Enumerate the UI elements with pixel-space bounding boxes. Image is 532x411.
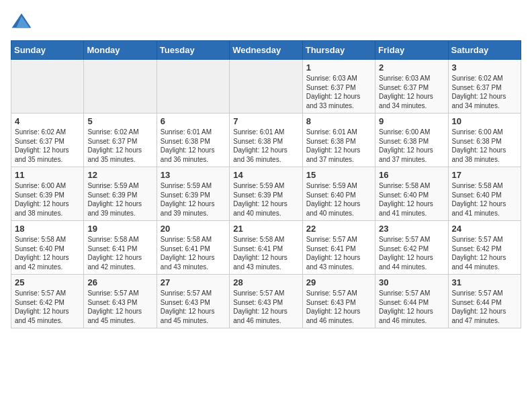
- day-number: 18: [15, 224, 80, 234]
- calendar-cell: 20Sunrise: 5:58 AM Sunset: 6:41 PM Dayli…: [157, 221, 229, 275]
- cell-info: Sunrise: 6:01 AM Sunset: 6:38 PM Dayligh…: [161, 128, 226, 164]
- calendar-cell: 1Sunrise: 6:03 AM Sunset: 6:37 PM Daylig…: [302, 60, 375, 113]
- day-number: 27: [161, 277, 226, 287]
- calendar-cell: 6Sunrise: 6:01 AM Sunset: 6:38 PM Daylig…: [157, 113, 229, 167]
- day-number: 16: [379, 170, 444, 180]
- calendar-cell: 9Sunrise: 6:00 AM Sunset: 6:38 PM Daylig…: [375, 113, 448, 167]
- day-headers-row: SundayMondayTuesdayWednesdayThursdayFrid…: [11, 41, 521, 60]
- cell-info: Sunrise: 6:03 AM Sunset: 6:37 PM Dayligh…: [379, 74, 444, 110]
- cell-info: Sunrise: 5:58 AM Sunset: 6:41 PM Dayligh…: [87, 235, 152, 271]
- day-number: 1: [306, 62, 371, 73]
- week-row-0: 1Sunrise: 6:03 AM Sunset: 6:37 PM Daylig…: [11, 60, 521, 113]
- calendar-cell: [230, 60, 302, 113]
- day-number: 6: [161, 116, 226, 126]
- week-row-1: 4Sunrise: 6:02 AM Sunset: 6:37 PM Daylig…: [11, 113, 521, 167]
- calendar-cell: 3Sunrise: 6:02 AM Sunset: 6:37 PM Daylig…: [448, 60, 521, 113]
- cell-info: Sunrise: 5:57 AM Sunset: 6:41 PM Dayligh…: [306, 235, 371, 271]
- day-number: 5: [87, 116, 152, 126]
- cell-info: Sunrise: 5:57 AM Sunset: 6:43 PM Dayligh…: [306, 289, 371, 325]
- day-number: 7: [233, 116, 298, 126]
- day-number: 11: [15, 170, 80, 180]
- cell-info: Sunrise: 5:57 AM Sunset: 6:44 PM Dayligh…: [452, 289, 517, 325]
- cell-info: Sunrise: 5:58 AM Sunset: 6:40 PM Dayligh…: [379, 181, 444, 218]
- cell-info: Sunrise: 5:59 AM Sunset: 6:40 PM Dayligh…: [306, 181, 371, 218]
- day-number: 8: [306, 116, 371, 126]
- cell-info: Sunrise: 6:03 AM Sunset: 6:37 PM Dayligh…: [306, 74, 371, 110]
- calendar-cell: [84, 60, 157, 113]
- cell-info: Sunrise: 5:57 AM Sunset: 6:43 PM Dayligh…: [87, 289, 152, 325]
- cell-info: Sunrise: 6:02 AM Sunset: 6:37 PM Dayligh…: [87, 128, 152, 164]
- day-number: 20: [161, 224, 226, 234]
- day-number: 19: [87, 224, 152, 234]
- calendar-cell: 5Sunrise: 6:02 AM Sunset: 6:37 PM Daylig…: [84, 113, 157, 167]
- cell-info: Sunrise: 5:57 AM Sunset: 6:43 PM Dayligh…: [161, 289, 226, 325]
- calendar-cell: 31Sunrise: 5:57 AM Sunset: 6:44 PM Dayli…: [448, 275, 521, 328]
- cell-info: Sunrise: 5:57 AM Sunset: 6:43 PM Dayligh…: [233, 289, 298, 325]
- calendar-cell: 23Sunrise: 5:57 AM Sunset: 6:42 PM Dayli…: [375, 221, 448, 275]
- day-number: 13: [161, 170, 226, 180]
- day-number: 22: [306, 224, 371, 234]
- day-number: 25: [15, 277, 80, 287]
- calendar-cell: [11, 60, 84, 113]
- day-number: 12: [87, 170, 152, 180]
- day-number: 29: [306, 277, 371, 287]
- calendar-cell: 4Sunrise: 6:02 AM Sunset: 6:37 PM Daylig…: [11, 113, 84, 167]
- calendar-cell: 25Sunrise: 5:57 AM Sunset: 6:42 PM Dayli…: [11, 275, 84, 328]
- week-row-2: 11Sunrise: 6:00 AM Sunset: 6:39 PM Dayli…: [11, 167, 521, 221]
- cell-info: Sunrise: 6:00 AM Sunset: 6:39 PM Dayligh…: [15, 181, 80, 218]
- calendar-cell: 26Sunrise: 5:57 AM Sunset: 6:43 PM Dayli…: [84, 275, 157, 328]
- day-number: 4: [15, 116, 80, 126]
- cell-info: Sunrise: 5:57 AM Sunset: 6:42 PM Dayligh…: [15, 289, 80, 325]
- calendar-cell: 2Sunrise: 6:03 AM Sunset: 6:37 PM Daylig…: [375, 60, 448, 113]
- cell-info: Sunrise: 5:57 AM Sunset: 6:42 PM Dayligh…: [452, 235, 517, 271]
- calendar-cell: 19Sunrise: 5:58 AM Sunset: 6:41 PM Dayli…: [84, 221, 157, 275]
- cell-info: Sunrise: 5:59 AM Sunset: 6:39 PM Dayligh…: [161, 181, 226, 218]
- cell-info: Sunrise: 5:58 AM Sunset: 6:40 PM Dayligh…: [15, 235, 80, 271]
- cell-info: Sunrise: 6:00 AM Sunset: 6:38 PM Dayligh…: [379, 128, 444, 164]
- day-number: 2: [379, 62, 444, 73]
- calendar-cell: 24Sunrise: 5:57 AM Sunset: 6:42 PM Dayli…: [448, 221, 521, 275]
- calendar-cell: 21Sunrise: 5:58 AM Sunset: 6:41 PM Dayli…: [230, 221, 302, 275]
- calendar-cell: 29Sunrise: 5:57 AM Sunset: 6:43 PM Dayli…: [302, 275, 375, 328]
- header: [11, 11, 521, 32]
- calendar-cell: 11Sunrise: 6:00 AM Sunset: 6:39 PM Dayli…: [11, 167, 84, 221]
- calendar-cell: 27Sunrise: 5:57 AM Sunset: 6:43 PM Dayli…: [157, 275, 229, 328]
- day-number: 23: [379, 224, 444, 234]
- day-number: 28: [233, 277, 298, 287]
- day-number: 21: [233, 224, 298, 234]
- day-header-friday: Friday: [375, 41, 448, 60]
- calendar-cell: 17Sunrise: 5:58 AM Sunset: 6:40 PM Dayli…: [448, 167, 521, 221]
- cell-info: Sunrise: 5:57 AM Sunset: 6:42 PM Dayligh…: [379, 235, 444, 271]
- day-number: 14: [233, 170, 298, 180]
- cell-info: Sunrise: 5:59 AM Sunset: 6:39 PM Dayligh…: [87, 181, 152, 218]
- day-header-tuesday: Tuesday: [157, 41, 229, 60]
- cell-info: Sunrise: 5:57 AM Sunset: 6:44 PM Dayligh…: [379, 289, 444, 325]
- cell-info: Sunrise: 6:01 AM Sunset: 6:38 PM Dayligh…: [306, 128, 371, 164]
- cell-info: Sunrise: 5:58 AM Sunset: 6:41 PM Dayligh…: [161, 235, 226, 271]
- logo-icon: [11, 11, 32, 32]
- day-number: 17: [452, 170, 517, 180]
- calendar-cell: 16Sunrise: 5:58 AM Sunset: 6:40 PM Dayli…: [375, 167, 448, 221]
- logo: [11, 11, 35, 32]
- calendar-cell: [157, 60, 229, 113]
- calendar-cell: 18Sunrise: 5:58 AM Sunset: 6:40 PM Dayli…: [11, 221, 84, 275]
- calendar-cell: 30Sunrise: 5:57 AM Sunset: 6:44 PM Dayli…: [375, 275, 448, 328]
- cell-info: Sunrise: 6:00 AM Sunset: 6:38 PM Dayligh…: [452, 128, 517, 164]
- calendar-cell: 28Sunrise: 5:57 AM Sunset: 6:43 PM Dayli…: [230, 275, 302, 328]
- calendar-cell: 14Sunrise: 5:59 AM Sunset: 6:39 PM Dayli…: [230, 167, 302, 221]
- day-number: 3: [452, 62, 517, 73]
- calendar-cell: 13Sunrise: 5:59 AM Sunset: 6:39 PM Dayli…: [157, 167, 229, 221]
- day-number: 31: [452, 277, 517, 287]
- calendar-cell: 15Sunrise: 5:59 AM Sunset: 6:40 PM Dayli…: [302, 167, 375, 221]
- day-number: 15: [306, 170, 371, 180]
- day-header-monday: Monday: [84, 41, 157, 60]
- cell-info: Sunrise: 5:58 AM Sunset: 6:41 PM Dayligh…: [233, 235, 298, 271]
- cell-info: Sunrise: 6:02 AM Sunset: 6:37 PM Dayligh…: [15, 128, 80, 164]
- day-number: 30: [379, 277, 444, 287]
- week-row-4: 25Sunrise: 5:57 AM Sunset: 6:42 PM Dayli…: [11, 275, 521, 328]
- calendar-cell: 12Sunrise: 5:59 AM Sunset: 6:39 PM Dayli…: [84, 167, 157, 221]
- day-header-saturday: Saturday: [448, 41, 521, 60]
- day-number: 9: [379, 116, 444, 126]
- day-number: 10: [452, 116, 517, 126]
- day-number: 24: [452, 224, 517, 234]
